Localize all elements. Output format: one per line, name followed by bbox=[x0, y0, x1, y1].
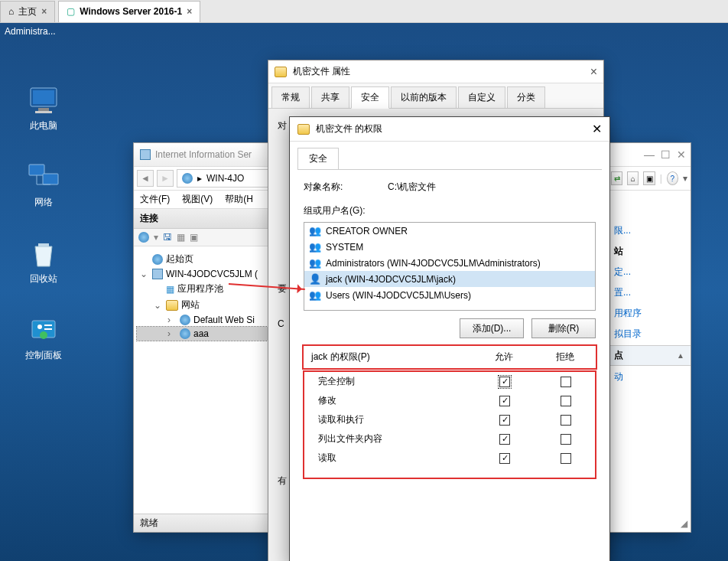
allow-checkbox[interactable] bbox=[499, 434, 510, 445]
svg-rect-11 bbox=[44, 325, 52, 326]
remove-button[interactable]: 删除(R) bbox=[531, 318, 596, 338]
tab-customize[interactable]: 自定义 bbox=[458, 86, 505, 108]
tab-vm-label: Windows Server 2016-1 bbox=[80, 6, 182, 17]
add-button[interactable]: 添加(D)... bbox=[460, 318, 524, 338]
desktop-icon-recycle-bin[interactable]: 回收站 bbox=[17, 237, 70, 285]
folder-icon bbox=[166, 300, 178, 311]
action-link[interactable]: 拟目录 bbox=[614, 328, 684, 341]
recycle-bin-icon bbox=[28, 237, 60, 269]
expand-icon[interactable]: ⌄ bbox=[140, 269, 149, 279]
action-section-header[interactable]: 点 ▲ bbox=[608, 345, 691, 366]
user-name: Users (WIN-4JODCVC5JLM\Users) bbox=[326, 290, 471, 301]
tree-site-aaa[interactable]: ›aaa bbox=[137, 327, 283, 341]
tab-previous-versions[interactable]: 以前的版本 bbox=[391, 86, 457, 108]
close-button[interactable]: ✕ bbox=[677, 148, 686, 161]
permission-row: 读取和执行 bbox=[304, 410, 595, 429]
user-name: jack (WIN-4JODCVC5JLM\jack) bbox=[326, 274, 456, 285]
permissions-title-bar[interactable]: 机密文件 的权限 ✕ bbox=[290, 117, 609, 142]
properties-tabs: 常规 共享 安全 以前的版本 自定义 分类 bbox=[268, 83, 603, 109]
tree-label: Default Web Si bbox=[193, 315, 255, 325]
section-label: 点 bbox=[614, 349, 623, 362]
computer-icon bbox=[28, 84, 60, 116]
deny-checkbox[interactable] bbox=[561, 415, 571, 426]
close-icon[interactable]: × bbox=[41, 6, 47, 17]
tab-classification[interactable]: 分类 bbox=[507, 86, 545, 108]
action-link[interactable]: 限... bbox=[614, 224, 684, 237]
deny-checkbox[interactable] bbox=[561, 453, 571, 464]
svg-rect-12 bbox=[44, 328, 52, 330]
close-icon[interactable]: × bbox=[187, 6, 192, 17]
expand-icon[interactable]: › bbox=[167, 328, 177, 339]
tree-app-pools[interactable]: ▦应用程序池 bbox=[137, 281, 283, 297]
menu-file[interactable]: 文件(F) bbox=[140, 193, 170, 206]
close-button[interactable]: × bbox=[590, 65, 597, 79]
monitor-icon: ▢ bbox=[67, 6, 75, 17]
user-list-item[interactable]: Administrators (WIN-4JODCVC5JLM\Administ… bbox=[304, 255, 595, 271]
app-pool-icon: ▦ bbox=[166, 284, 174, 295]
user-list-item[interactable]: CREATOR OWNER bbox=[304, 223, 595, 239]
help-icon[interactable]: ? bbox=[667, 171, 678, 185]
tree-default-site[interactable]: ›Default Web Si bbox=[137, 313, 283, 327]
allow-checkbox[interactable] bbox=[499, 377, 510, 387]
stop-icon[interactable]: ▣ bbox=[190, 232, 198, 243]
permission-label: 读取 bbox=[310, 452, 482, 465]
tab-security[interactable]: 安全 bbox=[351, 86, 389, 109]
connect-icon[interactable] bbox=[138, 232, 149, 243]
dropdown-icon[interactable]: ▾ bbox=[683, 173, 687, 184]
menu-help[interactable]: 帮助(H bbox=[225, 193, 253, 206]
site-icon bbox=[180, 328, 190, 339]
site-icon bbox=[180, 315, 190, 325]
tree-sites[interactable]: ⌄网站 bbox=[137, 297, 283, 313]
desktop-icon-this-pc[interactable]: 此电脑 bbox=[17, 84, 70, 132]
svg-point-13 bbox=[40, 331, 47, 339]
user-list-item[interactable]: Users (WIN-4JODCVC5JLM\Users) bbox=[304, 287, 595, 303]
deny-checkbox[interactable] bbox=[561, 396, 571, 406]
tree-icon[interactable]: ▦ bbox=[177, 232, 185, 243]
expand-icon[interactable]: › bbox=[167, 315, 177, 325]
user-list-item[interactable]: jack (WIN-4JODCVC5JLM\jack) bbox=[304, 271, 595, 287]
forward-button[interactable]: ► bbox=[157, 170, 174, 187]
tab-general[interactable]: 常规 bbox=[271, 86, 310, 108]
breadcrumb-sep: ▸ bbox=[197, 173, 202, 184]
desktop-icon-control-panel[interactable]: 控制面板 bbox=[17, 314, 70, 362]
home-icon[interactable]: ⌂ bbox=[627, 171, 639, 185]
maximize-button[interactable]: ☐ bbox=[661, 148, 671, 161]
collapse-icon[interactable]: ▲ bbox=[677, 351, 684, 360]
tab-home[interactable]: ⌂ 主页 × bbox=[0, 1, 55, 22]
back-button[interactable]: ◄ bbox=[137, 170, 154, 187]
folder-icon bbox=[275, 67, 287, 77]
properties-title-bar[interactable]: 机密文件 属性 × bbox=[268, 60, 603, 83]
permissions-grid-body[interactable]: 完全控制修改读取和执行列出文件夹内容读取 bbox=[304, 372, 595, 478]
tab-security[interactable]: 安全 bbox=[297, 148, 339, 169]
allow-checkbox[interactable] bbox=[499, 453, 510, 464]
tab-sharing[interactable]: 共享 bbox=[311, 86, 349, 108]
user-list-item[interactable]: SYSTEM bbox=[304, 239, 595, 255]
desktop-icon-network[interactable]: 网络 bbox=[17, 161, 70, 209]
action-link[interactable]: 用程序 bbox=[614, 307, 684, 320]
deny-checkbox[interactable] bbox=[561, 434, 571, 445]
resize-grip-icon[interactable]: ◢ bbox=[681, 518, 687, 529]
expand-icon[interactable]: ⌄ bbox=[154, 300, 163, 311]
minimize-button[interactable]: — bbox=[644, 148, 655, 161]
iis-actions-pane: — ☐ ✕ ⇄ ⌂ ▣ | ? ▾ 限... 站 定... 置... 用程序 拟… bbox=[607, 142, 691, 533]
save-icon[interactable]: 🖫 bbox=[163, 232, 172, 243]
allow-checkbox[interactable] bbox=[499, 396, 510, 406]
stop-icon[interactable]: ▣ bbox=[643, 171, 655, 185]
tree-start-page[interactable]: 起始页 bbox=[137, 251, 283, 267]
user-list[interactable]: CREATOR OWNERSYSTEMAdministrators (WIN-4… bbox=[304, 222, 596, 311]
tree-label: 应用程序池 bbox=[177, 282, 223, 295]
nav-icon[interactable]: ⇄ bbox=[611, 171, 622, 185]
deny-checkbox[interactable] bbox=[561, 377, 571, 387]
user-icon bbox=[309, 273, 321, 285]
tree-label: 起始页 bbox=[166, 253, 193, 266]
permissions-title: 机密文件 的权限 bbox=[316, 122, 382, 135]
action-link[interactable]: 定... bbox=[614, 266, 684, 279]
tab-vm[interactable]: ▢ Windows Server 2016-1 × bbox=[58, 1, 200, 22]
action-link[interactable]: 置... bbox=[614, 286, 684, 299]
action-link[interactable]: 动 bbox=[614, 370, 684, 383]
tree-server[interactable]: ⌄WIN-4JODCVC5JLM ( bbox=[137, 267, 283, 281]
menu-view[interactable]: 视图(V) bbox=[182, 193, 213, 206]
allow-checkbox[interactable] bbox=[499, 415, 510, 426]
svg-rect-2 bbox=[38, 108, 49, 111]
close-button[interactable]: ✕ bbox=[592, 122, 602, 136]
